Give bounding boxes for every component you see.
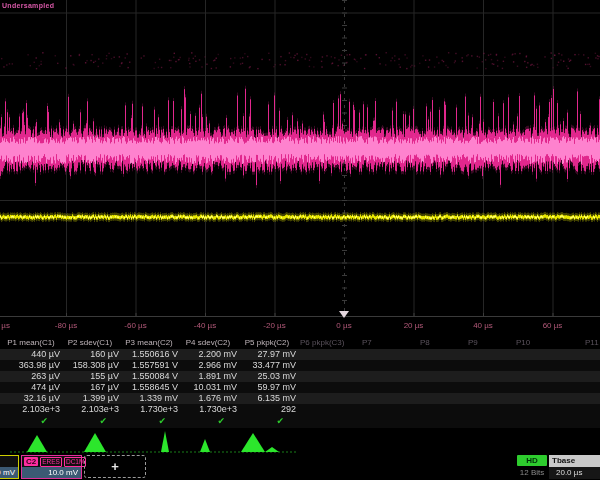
param-header-inactive[interactable]: P7: [362, 336, 372, 349]
channel-descriptor-c1[interactable]: C1 DC1M 10.0 mV: [0, 455, 19, 479]
time-axis-label: 60 µs: [543, 321, 563, 330]
oscilloscope-screen: Undersampled -100 µs-80 µs-60 µs-40 µs-2…: [0, 0, 600, 480]
param-column: P4 sdev(C2)2.200 mV2.966 mV1.891 mV10.03…: [179, 336, 237, 428]
param-value: 160 µV: [61, 349, 119, 360]
param-value: 59.97 mV: [238, 382, 296, 393]
param-header-inactive[interactable]: P8: [420, 336, 430, 349]
param-value: 1.550616 V: [120, 349, 178, 360]
time-axis-label: -20 µs: [263, 321, 285, 330]
param-value: 27.97 mV: [238, 349, 296, 360]
histicon[interactable]: [27, 435, 47, 452]
bit-resolution-label: 12 Bits: [512, 468, 552, 477]
c2-eres-tag: ERES: [40, 457, 62, 467]
param-value: 1.676 mV: [179, 393, 237, 404]
add-trace-button[interactable]: +: [84, 455, 146, 478]
hd-mode-badge[interactable]: HD: [517, 455, 547, 466]
timebase-title: Tbase: [549, 455, 600, 467]
param-value: 1.557591 V: [120, 360, 178, 371]
param-value: 2.966 mV: [179, 360, 237, 371]
c2-vertical-scale: 10.0 mV: [22, 467, 81, 478]
param-value: 33.477 mV: [238, 360, 296, 371]
param-value: 2.103e+3: [61, 404, 119, 415]
time-axis-label: 0 µs: [336, 321, 351, 330]
param-column: P2 sdev(C1)160 µV158.308 µV155 µV167 µV1…: [61, 336, 119, 428]
param-value: 158.308 µV: [61, 360, 119, 371]
param-header-inactive[interactable]: P9: [468, 336, 478, 349]
time-axis-label: 40 µs: [473, 321, 493, 330]
param-header[interactable]: P1 mean(C1): [2, 336, 60, 349]
param-value: 25.03 mV: [238, 371, 296, 382]
param-value: 10.031 mV: [179, 382, 237, 393]
histicon[interactable]: [161, 431, 169, 452]
histicon[interactable]: [241, 433, 265, 452]
trigger-position-marker[interactable]: [339, 311, 349, 318]
param-header-inactive[interactable]: P10: [516, 336, 530, 349]
time-axis-label: -100 µs: [0, 321, 10, 330]
param-value: 1.730e+3: [179, 404, 237, 415]
param-status-check-icon: ✔: [179, 415, 237, 428]
param-header[interactable]: P3 mean(C2): [120, 336, 178, 349]
c2-label: C2: [24, 457, 38, 466]
param-value: 1.550084 V: [120, 371, 178, 382]
undersampled-warning: Undersampled: [2, 1, 54, 10]
param-value: 1.891 mV: [179, 371, 237, 382]
param-header-inactive[interactable]: P6 pkpk(C3): [300, 336, 344, 349]
time-axis-label: -40 µs: [194, 321, 216, 330]
param-status-check-icon: ✔: [61, 415, 119, 428]
time-axis-label: -60 µs: [124, 321, 146, 330]
timebase-value: 20.0 µs: [549, 467, 600, 479]
param-status-check-icon: ✔: [238, 415, 296, 428]
param-column: P3 mean(C2)1.550616 V1.557591 V1.550084 …: [120, 336, 178, 428]
histicon[interactable]: [265, 447, 279, 452]
histicon[interactable]: [200, 439, 210, 452]
measurement-table: P1 mean(C1)440 µV363.98 µV263 µV474 µV32…: [0, 336, 600, 428]
param-value: 263 µV: [2, 371, 60, 382]
param-value: 2.103e+3: [2, 404, 60, 415]
time-axis: -100 µs-80 µs-60 µs-40 µs-20 µs0 µs20 µs…: [0, 318, 600, 336]
timebase-box[interactable]: Tbase 20.0 µs: [549, 455, 600, 479]
c1-vertical-scale: 10.0 mV: [0, 467, 18, 478]
param-header-inactive[interactable]: P11: [585, 336, 599, 349]
time-axis-label: -80 µs: [55, 321, 77, 330]
param-status-check-icon: ✔: [2, 415, 60, 428]
param-value: 155 µV: [61, 371, 119, 382]
c2-coupling-tag: DC1M: [64, 457, 86, 467]
param-header[interactable]: P2 sdev(C1): [61, 336, 119, 349]
param-column: P5 pkpk(C2)27.97 mV33.477 mV25.03 mV59.9…: [238, 336, 296, 428]
param-value: 1.399 µV: [61, 393, 119, 404]
param-value: 1.558645 V: [120, 382, 178, 393]
time-axis-label: 20 µs: [404, 321, 424, 330]
param-header[interactable]: P4 sdev(C2): [179, 336, 237, 349]
channel-descriptor-c2[interactable]: C2 ERES DC1M 10.0 mV: [21, 455, 82, 479]
param-value: 167 µV: [61, 382, 119, 393]
param-column: P1 mean(C1)440 µV363.98 µV263 µV474 µV32…: [2, 336, 60, 428]
param-value: 363.98 µV: [2, 360, 60, 371]
param-value: 1.339 mV: [120, 393, 178, 404]
histicon-strip: [0, 430, 600, 456]
param-value: 6.135 mV: [238, 393, 296, 404]
waveform-display[interactable]: [0, 0, 600, 318]
param-value: 292: [238, 404, 296, 415]
param-value: 2.200 mV: [179, 349, 237, 360]
param-value: 474 µV: [2, 382, 60, 393]
param-header[interactable]: P5 pkpk(C2): [238, 336, 296, 349]
param-status-check-icon: ✔: [120, 415, 178, 428]
param-value: 1.730e+3: [120, 404, 178, 415]
histicon[interactable]: [84, 433, 106, 452]
param-value: 32.16 µV: [2, 393, 60, 404]
param-value: 440 µV: [2, 349, 60, 360]
